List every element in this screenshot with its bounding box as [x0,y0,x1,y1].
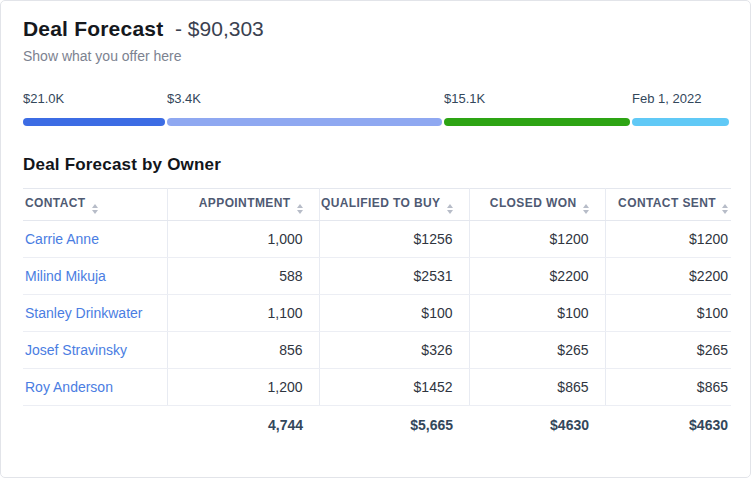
funnel-label-stage1: $21.0K [23,91,64,106]
sort-icon[interactable] [583,204,589,214]
funnel-progress-bar [23,118,730,126]
closed-won-cell: $1200 [469,221,605,258]
column-header-contact[interactable]: CONTACT [23,189,167,221]
deal-forecast-card: Deal Forecast - $90,303 Show what you of… [0,0,751,478]
funnel-labels: $21.0K $3.4K $15.1K Feb 1, 2022 [23,91,730,107]
contact-link[interactable]: Carrie Anne [25,231,99,247]
appointment-cell: 588 [167,258,319,295]
column-header-closed-won[interactable]: CLOSED WON [469,189,605,221]
table-row: Josef Stravinsky 856 $326 $265 $265 [23,332,731,369]
appointment-cell: 1,200 [167,369,319,406]
contact-cell: Roy Anderson [23,369,167,406]
contact-cell: Milind Mikuja [23,258,167,295]
funnel-label-stage3: $15.1K [444,91,485,106]
closed-won-cell: $265 [469,332,605,369]
qualified-to-buy-cell: $2531 [319,258,469,295]
table-row: Stanley Drinkwater 1,100 $100 $100 $100 [23,295,731,332]
table-row: Roy Anderson 1,200 $1452 $865 $865 [23,369,731,406]
totals-qualified-to-buy: $5,665 [319,406,469,445]
funnel-segment-1 [23,118,165,126]
sort-icon[interactable] [92,204,98,214]
appointment-cell: 1,100 [167,295,319,332]
funnel-label-stage2: $3.4K [167,91,201,106]
column-header-appointment[interactable]: APPOINTMENT [167,189,319,221]
totals-contact-sent: $4630 [605,406,731,445]
appointment-cell: 856 [167,332,319,369]
qualified-to-buy-cell: $100 [319,295,469,332]
page-title: Deal Forecast - $90,303 [23,14,728,44]
sort-icon[interactable] [722,204,728,214]
totals-closed-won: $4630 [469,406,605,445]
table-header-row: CONTACT APPOINTMENT QUALIFIED TO BUY CLO… [23,189,731,221]
funnel-segment-3 [444,118,630,126]
closed-won-cell: $100 [469,295,605,332]
table-row: Milind Mikuja 588 $2531 $2200 $2200 [23,258,731,295]
forecast-funnel: $21.0K $3.4K $15.1K Feb 1, 2022 [23,91,728,126]
funnel-segment-2 [167,118,442,126]
page-title-amount: - $90,303 [169,17,264,40]
sort-icon[interactable] [447,204,453,214]
contact-sent-cell: $265 [605,332,731,369]
page-title-text: Deal Forecast [23,17,163,40]
contact-sent-cell: $2200 [605,258,731,295]
page-subtitle: Show what you offer here [23,48,728,64]
contact-link[interactable]: Milind Mikuja [25,268,106,284]
contact-sent-cell: $865 [605,369,731,406]
contact-link[interactable]: Roy Anderson [25,379,113,395]
totals-empty-cell [23,406,167,445]
qualified-to-buy-cell: $1452 [319,369,469,406]
contact-cell: Stanley Drinkwater [23,295,167,332]
contact-link[interactable]: Josef Stravinsky [25,342,127,358]
totals-row: 4,744 $5,665 $4630 $4630 [23,406,731,445]
qualified-to-buy-cell: $326 [319,332,469,369]
sort-icon[interactable] [297,204,303,214]
contact-sent-cell: $100 [605,295,731,332]
contact-cell: Josef Stravinsky [23,332,167,369]
table-title: Deal Forecast by Owner [23,155,728,175]
contact-link[interactable]: Stanley Drinkwater [25,305,143,321]
funnel-segment-4 [632,118,729,126]
deal-forecast-table: CONTACT APPOINTMENT QUALIFIED TO BUY CLO… [23,188,731,445]
qualified-to-buy-cell: $1256 [319,221,469,258]
column-header-contact-sent[interactable]: CONTACT SENT [605,189,731,221]
table-row: Carrie Anne 1,000 $1256 $1200 $1200 [23,221,731,258]
funnel-label-date: Feb 1, 2022 [632,91,701,106]
closed-won-cell: $2200 [469,258,605,295]
totals-appointment: 4,744 [167,406,319,445]
appointment-cell: 1,000 [167,221,319,258]
closed-won-cell: $865 [469,369,605,406]
contact-sent-cell: $1200 [605,221,731,258]
contact-cell: Carrie Anne [23,221,167,258]
column-header-qualified-to-buy[interactable]: QUALIFIED TO BUY [319,189,469,221]
